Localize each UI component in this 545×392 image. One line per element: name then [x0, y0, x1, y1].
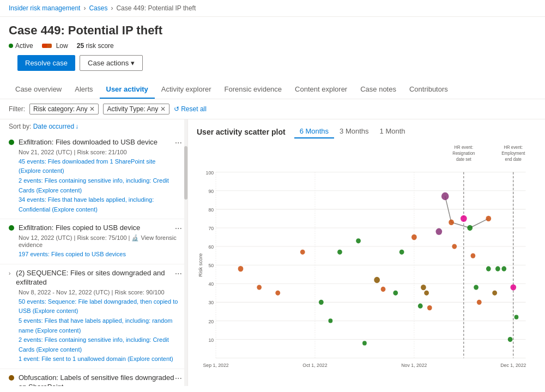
svg-point-47: [399, 250, 404, 255]
activity-title: (2) SEQUENCE: Files or sites downgraded …: [16, 269, 179, 287]
svg-point-53: [436, 228, 443, 235]
svg-text:20: 20: [208, 318, 214, 324]
item-menu-icon[interactable]: ···: [175, 224, 182, 233]
activity-link[interactable]: 5 events: Files that have labels applied…: [19, 316, 179, 335]
case-actions-label: Case actions: [88, 59, 129, 67]
tab-alerts[interactable]: Alerts: [68, 81, 99, 99]
tab-contributors[interactable]: Contributors: [403, 81, 455, 99]
breadcrumb-link-cases[interactable]: Cases: [89, 4, 107, 12]
scroll-track: [184, 119, 187, 386]
risk-score-value: 25: [77, 42, 84, 50]
filter-risk-remove-icon[interactable]: ✕: [89, 105, 95, 113]
svg-point-54: [441, 192, 449, 200]
filter-chip-activity[interactable]: Activity Type: Any ✕: [103, 104, 169, 114]
main-tabs: Case overview Alerts User activity Activ…: [0, 81, 545, 99]
resolve-case-button[interactable]: Resolve case: [17, 55, 75, 71]
activity-link[interactable]: 45 events: Files downloaded from 1 Share…: [19, 157, 179, 176]
activity-link[interactable]: 2 events: Files containing sensitive inf…: [19, 176, 179, 195]
svg-text:Sep 1, 2022: Sep 1, 2022: [203, 363, 228, 368]
svg-point-65: [495, 266, 500, 271]
tab-content-explorer[interactable]: Content explorer: [288, 81, 354, 99]
status-severity-label: Low: [56, 42, 68, 50]
item-menu-icon[interactable]: ···: [175, 269, 182, 279]
chart-title: User activity scatter plot: [197, 128, 286, 136]
activity-items-container: ···Exfiltration: Files downloaded to USB…: [0, 134, 187, 386]
chart-header: User activity scatter plot 6 Months 3 Mo…: [188, 125, 545, 144]
activity-title: Obfuscation: Labels of sensitive files d…: [19, 373, 179, 386]
main-content: Sort by: Date occurred ↓ ···Exfiltration…: [0, 119, 545, 386]
svg-point-62: [486, 216, 491, 221]
item-menu-icon[interactable]: ···: [175, 373, 182, 383]
svg-point-55: [449, 220, 454, 225]
svg-point-36: [257, 285, 262, 290]
svg-point-56: [452, 244, 457, 249]
page-header: Case 449: Potential IP theft Active Low …: [0, 17, 545, 81]
svg-text:80: 80: [208, 207, 214, 213]
list-item[interactable]: ···Exfiltration: Files copied to USB dev…: [0, 219, 187, 264]
list-item[interactable]: ···›(2) SEQUENCE: Files or sites downgra…: [0, 264, 187, 369]
tab-forensic-evidence[interactable]: Forensic evidence: [218, 81, 289, 99]
activity-meta: Nov 21, 2022 (UTC) | Risk score: 21/100: [9, 149, 179, 155]
breadcrumb-link-irm[interactable]: Insider risk management: [9, 4, 80, 12]
tab-activity-explorer[interactable]: Activity explorer: [155, 81, 218, 99]
activity-link[interactable]: 197 events: Files copied to USB devices: [19, 250, 179, 260]
status-active-label: Active: [15, 42, 33, 50]
svg-text:Dec 1, 2022: Dec 1, 2022: [500, 363, 526, 368]
activity-list: Sort by: Date occurred ↓ ···Exfiltration…: [0, 119, 188, 386]
activity-link[interactable]: 1 event: File sent to 1 unallowed domain…: [19, 354, 179, 364]
time-tab-6months[interactable]: 6 Months: [294, 125, 334, 138]
sort-row: Sort by: Date occurred ↓: [0, 119, 187, 134]
svg-point-45: [381, 287, 386, 292]
svg-point-43: [362, 341, 367, 345]
svg-point-67: [508, 337, 513, 342]
tab-case-notes[interactable]: Case notes: [354, 81, 403, 99]
reset-filters-button[interactable]: ↺ Reset all: [174, 105, 207, 113]
svg-point-48: [411, 234, 417, 240]
chart-panel: User activity scatter plot 6 Months 3 Mo…: [188, 119, 545, 386]
svg-point-40: [337, 250, 342, 255]
activity-dot-icon: [9, 225, 14, 231]
filter-row: Filter: Risk category: Any ✕ Activity Ty…: [0, 99, 545, 119]
time-tab-1month[interactable]: 1 Month: [374, 125, 411, 138]
activity-link[interactable]: 50 events: Sequence: File label downgrad…: [19, 297, 179, 316]
breadcrumb: Insider risk management › Cases › Case 4…: [0, 0, 545, 17]
activity-link[interactable]: 34 events: Files that have labels applie…: [19, 195, 179, 214]
filter-activity-remove-icon[interactable]: ✕: [160, 105, 166, 113]
svg-point-37: [275, 291, 280, 295]
svg-point-38: [300, 250, 305, 255]
scatter-chart: 102030405060708090100Risk scoreSep 1, 20…: [197, 144, 536, 381]
svg-point-50: [424, 291, 429, 295]
time-tabs: 6 Months 3 Months 1 Month: [294, 125, 411, 138]
svg-point-42: [328, 318, 332, 323]
activity-links[interactable]: 45 events: Files downloaded from 1 Share…: [9, 157, 179, 215]
svg-point-41: [356, 238, 361, 243]
svg-point-35: [238, 266, 244, 272]
case-actions-button[interactable]: Case actions ▾: [80, 55, 143, 71]
list-item[interactable]: ···Exfiltration: Files downloaded to USB…: [0, 134, 187, 219]
svg-point-68: [510, 284, 516, 290]
list-item[interactable]: ···Obfuscation: Labels of sensitive file…: [0, 369, 187, 386]
sort-value[interactable]: Date occurred ↓: [33, 123, 78, 130]
reset-label: Reset all: [181, 105, 207, 113]
expand-icon[interactable]: ›: [9, 270, 10, 276]
activity-dot-icon: [9, 140, 14, 145]
scroll-thumb[interactable]: [184, 146, 187, 200]
activity-dot-icon: [9, 375, 14, 381]
svg-text:30: 30: [208, 300, 214, 305]
filter-chip-risk[interactable]: Risk category: Any ✕: [29, 104, 99, 114]
chart-area: 102030405060708090100Risk scoreSep 1, 20…: [188, 144, 545, 381]
svg-text:Risk score: Risk score: [198, 254, 203, 277]
filter-risk-label: Risk category: Any: [33, 105, 87, 113]
activity-meta: Nov 8, 2022 - Nov 12, 2022 (UTC) | Risk …: [9, 289, 179, 295]
time-tab-3months[interactable]: 3 Months: [334, 125, 374, 138]
activity-links[interactable]: 197 events: Files copied to USB devices: [9, 250, 179, 260]
tab-user-activity[interactable]: User activity: [100, 81, 155, 99]
activity-links[interactable]: 50 events: Sequence: File label downgrad…: [9, 297, 179, 364]
svg-point-39: [319, 300, 324, 305]
svg-line-34: [470, 219, 488, 228]
item-menu-icon[interactable]: ···: [175, 138, 182, 148]
activity-link[interactable]: 2 events: Files containing sensitive inf…: [19, 335, 179, 354]
tab-case-overview[interactable]: Case overview: [9, 81, 68, 99]
svg-point-52: [427, 305, 432, 310]
filter-activity-label: Activity Type: Any: [107, 105, 158, 113]
